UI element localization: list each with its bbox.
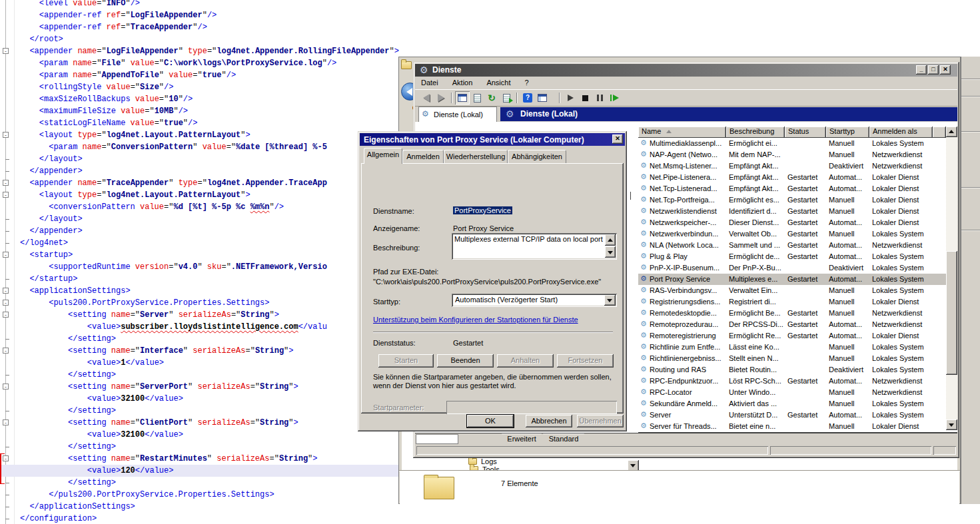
service-row[interactable]: ⚙Netzwerkverbindun...Verwaltet Ob...Gest… xyxy=(638,228,946,240)
service-row[interactable]: ⚙Remoteprozedurau...Der RPCSS-Di...Gesta… xyxy=(638,319,946,330)
service-row[interactable]: ⚙Net.Msmq-Listener...Empfängt Akt...Deak… xyxy=(638,160,946,172)
fold-collapse-icon[interactable]: - xyxy=(3,132,9,138)
service-row[interactable]: ⚙Routing und RASBietet Routin...Deaktivi… xyxy=(638,364,946,376)
list-scrollbar[interactable] xyxy=(946,127,957,430)
start-service-icon[interactable] xyxy=(563,91,578,105)
ok-button[interactable]: OK xyxy=(467,415,514,427)
starttyp-combobox[interactable]: Automatisch (Verzögerter Start) xyxy=(452,294,617,307)
fold-collapse-icon[interactable]: - xyxy=(3,312,9,318)
cancel-button[interactable]: Abbrechen xyxy=(526,415,572,427)
service-row[interactable]: ⚙RemoteregistrierungErmöglicht Re...Gest… xyxy=(638,330,946,342)
explorer-item-logs[interactable]: Logs xyxy=(481,457,497,465)
service-cell: Manuell xyxy=(829,230,870,238)
tab-allgemein[interactable]: Allgemein xyxy=(364,148,402,164)
service-row[interactable]: ⚙NetzwerklistendienstIdentifiziert d...G… xyxy=(638,206,946,217)
dienstname-value[interactable]: PortProxyService xyxy=(453,206,512,214)
help-icon[interactable]: ? xyxy=(520,91,535,105)
gear-icon: ⚙ xyxy=(506,109,514,119)
service-cell: Gestartet xyxy=(787,241,826,249)
service-cell: Manuell xyxy=(829,422,870,430)
service-cell: Lokales System xyxy=(872,354,945,362)
close-button[interactable]: ✕ xyxy=(940,65,951,75)
maximize-button[interactable]: □ xyxy=(928,65,939,75)
pause-service-icon[interactable] xyxy=(592,91,607,105)
forward-icon[interactable] xyxy=(434,91,448,105)
scroll-down-button[interactable] xyxy=(605,246,616,258)
menu-hilfe[interactable]: ? xyxy=(519,77,535,87)
service-row[interactable]: ⚙Port Proxy ServiceMultiplexes e...Gesta… xyxy=(638,274,946,285)
show-action-pane-icon[interactable] xyxy=(535,91,550,105)
tab-erweitert[interactable]: Erweitert xyxy=(502,433,542,444)
menu-aktion[interactable]: Aktion xyxy=(446,77,479,87)
service-cell: Automat... xyxy=(829,218,870,226)
fold-collapse-icon[interactable]: - xyxy=(3,348,9,354)
refresh-icon[interactable]: ↻ xyxy=(484,91,499,105)
export-list-icon[interactable] xyxy=(499,91,514,105)
column-header-name[interactable]: Name xyxy=(638,127,726,138)
service-row[interactable]: ⚙RAS-Verbindungsv...Verwaltet Ein...Manu… xyxy=(638,285,946,296)
fold-collapse-icon[interactable]: - xyxy=(3,48,9,54)
startoptions-help-link[interactable]: Unterstützung beim Konfigurieren der Sta… xyxy=(373,316,578,324)
service-row[interactable]: ⚙ServerUnterstützt D...GestartetAutomat.… xyxy=(638,409,946,421)
service-row[interactable]: ⚙Net.Pipe-Listenera...Empfängt Akt...Ges… xyxy=(638,172,946,183)
service-row[interactable]: ⚙Multimediaklassenpl...Ermöglicht ei...M… xyxy=(638,138,946,149)
service-row[interactable]: ⚙PnP-X-IP-Busenum...Der PnP-X-Bu...Deakt… xyxy=(638,262,946,274)
stop-service-icon[interactable] xyxy=(578,91,592,105)
column-header-status[interactable]: Status xyxy=(785,127,826,138)
properties-icon[interactable] xyxy=(470,91,484,105)
service-row[interactable]: ⚙RPC-LocatorUnter Windo...ManuellNetzwer… xyxy=(638,387,946,398)
column-header-anmelden-als[interactable]: Anmelden als xyxy=(869,127,933,138)
fold-collapse-icon[interactable]: - xyxy=(3,419,9,425)
service-row[interactable]: ⚙Net.Tcp-Listenerad...Empfängt Akt...Ges… xyxy=(638,183,946,194)
services-titlebar[interactable]: ⚙ Dienste _ □ ✕ xyxy=(415,64,957,77)
tab-wiederherstellung[interactable]: Wiederherstellung xyxy=(444,150,508,163)
menu-ansicht[interactable]: Ansicht xyxy=(480,77,516,87)
service-row[interactable]: ⚙Sekundäre Anmeld...Aktiviert das ...Man… xyxy=(638,398,946,409)
apply-button[interactable]: Übernehmen xyxy=(577,415,624,427)
starten-button[interactable]: Starten xyxy=(378,354,434,368)
fortsetzen-button[interactable]: Fortsetzen xyxy=(557,354,614,368)
service-row[interactable]: ⚙Remotedesktopdie...Ermöglicht Be...Gest… xyxy=(638,308,946,319)
tab-standard[interactable]: Standard xyxy=(543,433,584,444)
service-row[interactable]: ⚙Richtlinienergebniss...Stellt einen N..… xyxy=(638,353,946,364)
service-row[interactable]: ⚙Netzwerkspeicher-...Dieser Dienst...Ges… xyxy=(638,217,946,228)
fold-collapse-icon[interactable]: - xyxy=(3,384,9,390)
fold-collapse-icon[interactable]: - xyxy=(3,192,9,198)
service-row[interactable]: ⚙Plug & PlayErmöglicht de...GestartetAut… xyxy=(638,251,946,262)
scroll-up-button[interactable] xyxy=(946,127,957,137)
restart-service-icon[interactable] xyxy=(607,91,622,105)
dialog-titlebar[interactable]: Eigenschaften von Port Proxy Service (Lo… xyxy=(360,133,625,146)
service-row[interactable]: ⚙Net.Tcp-Portfreiga...Ermöglicht es...Ge… xyxy=(638,194,946,206)
scrollbar-thumb[interactable] xyxy=(946,251,957,375)
service-row[interactable]: ⚙NLA (Network Loca...Sammelt und ...Gest… xyxy=(638,240,946,251)
menu-datei[interactable]: Datei xyxy=(415,77,444,87)
anhalten-button[interactable]: Anhalten xyxy=(497,354,554,368)
column-header-starttyp[interactable]: Starttyp xyxy=(826,127,869,138)
service-row[interactable]: ⚙Registrierungsdiens...Registriert di...… xyxy=(638,296,946,308)
fold-collapse-icon[interactable]: - xyxy=(3,300,9,306)
tab-anmelden[interactable]: Anmelden xyxy=(402,150,444,163)
service-row[interactable]: ⚙NAP-Agent (Netwo...Mit dem NAP-...Manue… xyxy=(638,149,946,160)
show-console-tree-icon[interactable] xyxy=(455,91,470,105)
fold-collapse-icon[interactable]: - xyxy=(3,180,9,186)
fold-collapse-icon[interactable]: - xyxy=(3,288,9,294)
startparameter-field[interactable] xyxy=(446,401,617,414)
column-header-beschreibung[interactable]: Beschreibung xyxy=(726,127,785,138)
service-cell: Aktiviert das ... xyxy=(729,399,785,407)
beenden-button[interactable]: Beenden xyxy=(437,354,494,368)
beschreibung-field[interactable]: Multiplexes external TCP/IP data on loca… xyxy=(452,233,617,260)
back-icon[interactable] xyxy=(419,91,434,105)
scroll-down-button[interactable] xyxy=(946,419,957,430)
console-tree-root-tab[interactable]: ⚙ Dienste (Lokal) xyxy=(418,107,497,122)
service-row[interactable]: ⚙Server für Threads...Bietet eine n...Ma… xyxy=(638,421,946,432)
tab-abhaengigkeiten[interactable]: Abhängigkeiten xyxy=(508,150,566,163)
combobox-dropdown-button[interactable] xyxy=(604,295,616,306)
minimize-button[interactable]: _ xyxy=(916,65,927,75)
fold-collapse-icon[interactable]: - xyxy=(3,252,9,258)
service-row[interactable]: ⚙Richtlinie zum Entfe...Lässt eine Ko...… xyxy=(638,342,946,353)
service-cell: Lokaler Dienst xyxy=(872,196,945,204)
dialog-close-icon[interactable]: ✕ xyxy=(612,134,623,144)
service-cell: Manuell xyxy=(829,388,870,396)
service-row[interactable]: ⚙RPC-Endpunktzuor...Löst RPC-Sch...Gesta… xyxy=(638,376,946,387)
scroll-up-button[interactable] xyxy=(605,234,616,246)
